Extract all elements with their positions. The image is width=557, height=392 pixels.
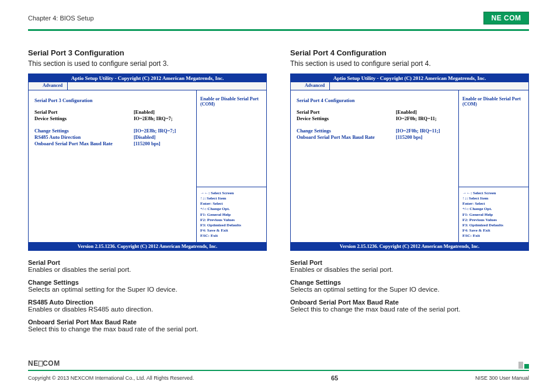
desc-text: Select this to change the max baud rate … [290, 306, 529, 313]
bios-setting-label: Onboard Serial Port Max Baud Rate [34, 141, 134, 146]
bios-setting-value: [Enabled] [134, 109, 155, 115]
bios-key-hint: Enter: Select [462, 201, 525, 206]
brand-logo: NE COM [483, 12, 529, 24]
desc-text: Select this to change the max baud rate … [28, 326, 267, 332]
bios-setting-label: Device Settings [297, 116, 396, 121]
footer-doc-title: NISE 300 User Manual [475, 375, 529, 381]
bios-key-hint: F4: Save & Exit [462, 228, 525, 233]
bios-section-title: Serial Port 4 Configuration [297, 97, 452, 103]
bios-setting-row[interactable]: Onboard Serial Port Max Baud Rate[115200… [297, 134, 452, 140]
desc-text: Selects an optimal setting for the Super… [28, 286, 267, 293]
desc-title: Onboard Serial Port Max Baud Rate [28, 318, 267, 326]
bios-key-hint: ↑↓: Select Item [462, 196, 525, 201]
right-column: Serial Port 4 Configuration This section… [290, 48, 529, 338]
section-title-left: Serial Port 3 Configuration [28, 48, 267, 57]
desc-title: RS485 Auto Direction [28, 299, 267, 306]
bios-tab-advanced[interactable]: Advanced [300, 82, 330, 90]
bios-setting-row[interactable]: Serial Port[Enabled] [34, 109, 190, 115]
desc-title: Serial Port [290, 259, 529, 266]
section-intro-left: This section is used to configure serial… [28, 60, 267, 68]
bios-setting-label: Serial Port [34, 109, 134, 115]
bios-setting-value: [115200 bps] [134, 141, 161, 146]
bios-setting-value: [Enabled] [396, 109, 417, 115]
desc-title: Change Settings [28, 279, 267, 286]
desc-title: Serial Port [28, 259, 267, 266]
footer-logo: NE⎕COM [28, 359, 60, 368]
bios-key-hint: F1: General Help [200, 212, 263, 218]
desc-title: Change Settings [290, 279, 529, 286]
bios-key-hint: F3: Optimized Defaults [462, 223, 525, 228]
bios-tab-advanced[interactable]: Advanced [38, 82, 68, 90]
bios-footer: Version 2.15.1236. Copyright (C) 2012 Am… [29, 242, 266, 250]
bios-key-hint: F3: Optimized Defaults [200, 223, 263, 228]
bios-setting-row[interactable]: Device SettingsIO=2F0h; IRQ=11; [297, 116, 452, 121]
bios-key-help: →←: Select Screen↑↓: Select ItemEnter: S… [459, 187, 528, 242]
bios-footer: Version 2.15.1236. Copyright (C) 2012 Am… [291, 242, 528, 250]
bios-key-hint: ESC: Exit [200, 233, 263, 239]
bios-key-hint: F4: Save & Exit [200, 228, 263, 233]
bios-setting-label: Change Settings [297, 128, 396, 134]
bios-setting-label: Change Settings [34, 128, 134, 134]
bios-setting-label: Device Settings [34, 116, 134, 121]
bios-key-hint: F2: Previous Values [200, 218, 263, 223]
chapter-label: Chapter 4: BIOS Setup [28, 15, 94, 22]
bios-help-text: Enable or Disable Serial Port (COM) [459, 90, 528, 187]
bios-setting-value: [115200 bps] [396, 134, 423, 140]
bios-key-hint: Enter: Select [200, 201, 263, 206]
bios-setting-row[interactable]: Onboard Serial Port Max Baud Rate[115200… [34, 141, 190, 146]
brand-logo-text: NE COM [492, 14, 521, 22]
bios-header: Aptio Setup Utility - Copyright (C) 2012… [29, 74, 266, 82]
bios-key-hint: +/-: Change Opt. [462, 206, 525, 212]
desc-text: Enables or disables RS485 auto direction… [28, 306, 267, 313]
bios-panel-right: Aptio Setup Utility - Copyright (C) 2012… [290, 74, 529, 251]
desc-title: Onboard Serial Port Max Baud Rate [290, 299, 529, 306]
bios-setting-value: IO=2E8h; IRQ=7; [134, 116, 173, 121]
bios-header: Aptio Setup Utility - Copyright (C) 2012… [291, 74, 528, 82]
bios-key-hint: →←: Select Screen [200, 191, 263, 196]
section-intro-right: This section is used to configure serial… [290, 60, 529, 68]
desc-text: Selects an optimal setting for the Super… [290, 286, 529, 293]
bios-key-hint: +/-: Change Opt. [200, 206, 263, 212]
bios-setting-label: RS485 Auto Direction [34, 134, 134, 140]
bios-tabbar: Advanced [291, 82, 528, 90]
left-column: Serial Port 3 Configuration This section… [28, 48, 267, 338]
bios-tabbar: Advanced [29, 82, 266, 90]
bios-key-hint: ↑↓: Select Item [200, 196, 263, 201]
bios-key-hint: ESC: Exit [462, 233, 525, 239]
bios-setting-label: Serial Port [297, 109, 396, 115]
footer-copyright: Copyright © 2013 NEXCOM International Co… [28, 375, 194, 381]
footer-divider [28, 370, 529, 371]
bios-setting-row[interactable]: Change Settings[IO=2F0h; IRQ=11;] [297, 128, 452, 134]
bios-key-hint: F1: General Help [462, 212, 525, 218]
footer-decoration [518, 362, 529, 369]
bios-setting-value: IO=2F0h; IRQ=11; [396, 116, 437, 121]
bios-setting-value: [IO=2F0h; IRQ=11;] [396, 128, 440, 134]
desc-text: Enables or disables the serial port. [28, 266, 267, 273]
bios-help-text: Enable or Disable Serial Port (COM) [197, 90, 266, 187]
bios-setting-value: [Disabled] [134, 134, 155, 140]
bios-setting-row[interactable]: Change Settings[IO=2E8h; IRQ=7;] [34, 128, 190, 134]
bios-settings-area: Serial Port 3 Configuration Serial Port[… [29, 90, 196, 242]
bios-key-hint: →←: Select Screen [462, 191, 525, 196]
bios-settings-area: Serial Port 4 Configuration Serial Port[… [291, 90, 458, 242]
desc-text: Enables or disables the serial port. [290, 266, 529, 273]
bios-key-help: →←: Select Screen↑↓: Select ItemEnter: S… [197, 187, 266, 242]
bios-setting-row[interactable]: RS485 Auto Direction[Disabled] [34, 134, 190, 140]
bios-key-hint: F2: Previous Values [462, 218, 525, 223]
bios-setting-row[interactable]: Serial Port[Enabled] [297, 109, 452, 115]
bios-section-title: Serial Port 3 Configuration [34, 97, 190, 103]
section-title-right: Serial Port 4 Configuration [290, 48, 529, 57]
bios-setting-row[interactable]: Device SettingsIO=2E8h; IRQ=7; [34, 116, 190, 121]
header-divider [28, 29, 529, 31]
page-number: 65 [331, 374, 338, 382]
bios-panel-left: Aptio Setup Utility - Copyright (C) 2012… [28, 74, 267, 251]
bios-setting-value: [IO=2E8h; IRQ=7;] [134, 128, 176, 134]
bios-setting-label: Onboard Serial Port Max Baud Rate [297, 134, 396, 140]
